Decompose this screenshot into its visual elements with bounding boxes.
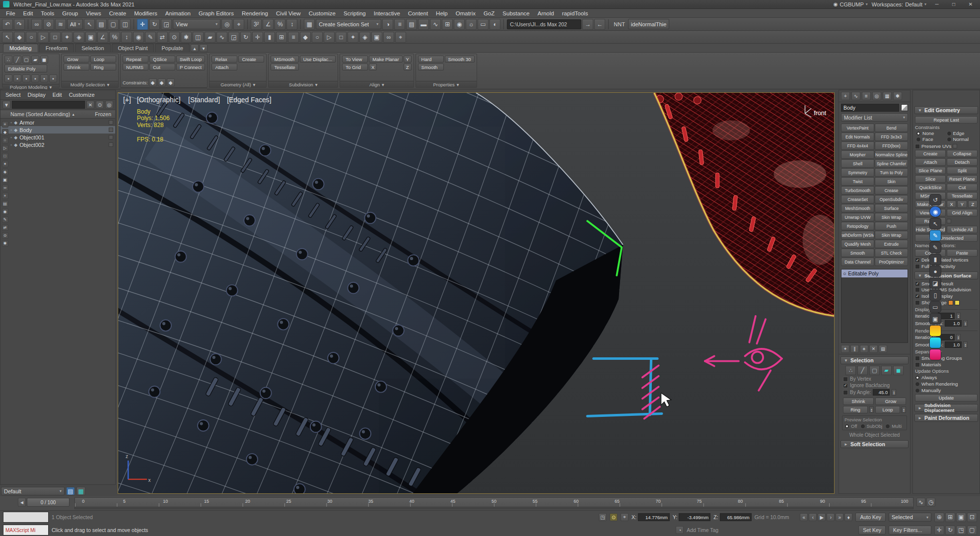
use-nurms-checkbox[interactable] <box>915 287 920 292</box>
preview-off-radio[interactable]: Off <box>844 423 857 429</box>
modifier-preset-ffd-box[interactable]: FFD(box) <box>875 141 908 150</box>
display-smoothness-spinner[interactable] <box>963 320 968 327</box>
ring-spinner[interactable] <box>869 406 874 413</box>
named-selection-icon[interactable]: ▦ <box>304 19 315 30</box>
ribbon-config-icon[interactable]: ▾ <box>200 44 208 52</box>
full-interactivity-checkbox[interactable] <box>915 264 920 269</box>
coordinate-y-input[interactable] <box>679 513 710 521</box>
polygon-icon[interactable]: ▰ <box>881 366 892 375</box>
edge-sub-icon[interactable]: ╱ <box>13 56 21 64</box>
filter-containers-icon[interactable]: ▤ <box>2 201 8 207</box>
ribbon-button-smooth[interactable]: Smooth <box>418 64 444 70</box>
previous-mode-icon[interactable]: ▪ <box>4 74 12 82</box>
modifier-preset-stl-check[interactable]: STL Check <box>875 249 908 257</box>
named-selection-set-dropdown[interactable]: Create Selection Set▾ <box>316 19 381 29</box>
preserve-uvs-checkbox[interactable] <box>915 144 920 149</box>
frozen-toggle[interactable] <box>109 135 113 139</box>
add-time-tag[interactable]: Add Time Tag <box>687 527 718 533</box>
percent-snap-icon[interactable]: % <box>275 19 285 30</box>
attach-button[interactable]: Attach <box>915 158 946 166</box>
filter-helpers-icon[interactable]: ✦ <box>2 161 8 167</box>
menu-rapidtools[interactable]: rapidTools <box>558 10 592 17</box>
menu-help[interactable]: Help <box>432 10 452 17</box>
preserve-uvs-settings-icon[interactable] <box>953 144 957 148</box>
slice-plane-button[interactable]: Slice Plane <box>915 167 946 174</box>
modifier-preset-turn-to-poly[interactable]: Turn to Poly <box>875 168 908 177</box>
weld-tool-icon[interactable]: ⌖ <box>395 32 406 43</box>
list-item-object002[interactable]: ◦◆Object002 <box>0 141 115 148</box>
relax-tool-icon[interactable]: ✛ <box>252 32 263 43</box>
update-manually-radio[interactable] <box>915 388 920 393</box>
tessellate-button[interactable]: Tessellate <box>947 192 978 200</box>
ring-button[interactable]: Ring <box>843 406 868 413</box>
filter-groups-icon[interactable]: ▣ <box>2 177 8 183</box>
color-swatch-cyan[interactable] <box>929 337 941 348</box>
quickslice-tool-icon[interactable]: ◆ <box>300 32 311 43</box>
rotate-tool-icon[interactable]: ○ <box>26 32 37 43</box>
smoothing-groups-checkbox[interactable] <box>915 356 920 361</box>
visibility-icon[interactable]: ◦ <box>10 120 12 125</box>
polygon-sub-icon[interactable]: ▰ <box>31 56 39 64</box>
configure-modifier-sets-icon[interactable]: ▤ <box>879 345 887 353</box>
update-button[interactable]: Update <box>915 394 978 402</box>
marker-icon[interactable]: ▮ <box>929 254 941 265</box>
maximize-viewport-icon[interactable]: ▢ <box>967 526 977 535</box>
next-frame-icon[interactable]: › <box>827 513 835 521</box>
ribbon-button-loop[interactable]: Loop <box>90 56 116 63</box>
render-smoothness-field[interactable] <box>945 341 962 348</box>
normal-thief-dropdown[interactable]: ideNormalThie <box>628 19 670 29</box>
ribbon-button-p-connect[interactable]: P Connect <box>176 64 205 70</box>
modifier-preset-unwrap-uvw[interactable]: Unwrap UVW <box>841 213 874 221</box>
menu-group[interactable]: Group <box>58 10 82 17</box>
menu-rendering[interactable]: Rendering <box>238 10 272 17</box>
color-swatch-magenta[interactable] <box>929 349 941 360</box>
chamfer-tool-icon[interactable]: □ <box>336 32 347 43</box>
loop-button[interactable]: Loop <box>875 406 900 413</box>
list-item-object001[interactable]: ◦◆Object001 <box>0 134 115 141</box>
grow-select-icon[interactable]: ◲ <box>228 32 239 43</box>
modify-tab-icon[interactable]: ∿ <box>851 92 860 100</box>
modifier-preset-pathdeform-wsm[interactable]: PathDeform (WSM) <box>841 231 874 239</box>
explorer-column-header[interactable]: Name (Sorted Ascending) ▲ Frozen <box>0 110 115 119</box>
modifier-preset-ffd-4x4x4[interactable]: FFD 4x4x4 <box>841 141 874 150</box>
time-configuration-icon[interactable]: ◷ <box>926 498 935 507</box>
filter-bones-icon[interactable]: ⌖ <box>2 193 8 199</box>
hierarchy-tab-icon[interactable]: ≡ <box>862 92 871 100</box>
frozen-toggle[interactable] <box>109 120 113 125</box>
ribbon-button-smooth-30[interactable]: Smooth 30 <box>445 56 475 63</box>
modifier-preset-data-channel[interactable]: Data Channel <box>841 258 874 266</box>
rendered-frame-icon[interactable]: ▭ <box>478 19 489 30</box>
ribbon-minimize-icon[interactable]: ▴ <box>191 44 199 52</box>
zoom-extents-icon[interactable]: ▣ <box>956 513 966 522</box>
ribbon-button-grow[interactable]: Grow <box>64 56 89 63</box>
normal-constraint-icon[interactable]: ◆ <box>167 78 175 86</box>
render-iterations-spinner[interactable] <box>956 334 961 340</box>
unhide-all-button[interactable]: Unhide All <box>947 226 978 233</box>
explorer-menu-select[interactable]: Select <box>2 91 24 98</box>
maximize-button[interactable]: □ <box>947 1 960 8</box>
bulb-icon[interactable]: ○ <box>843 270 846 276</box>
spinner-snap-icon[interactable]: ↕ <box>121 32 132 43</box>
absolute-mode-icon[interactable]: ⌖ <box>621 513 629 521</box>
slice-button[interactable]: Slice <box>915 175 946 183</box>
set-key-button[interactable]: Set Key <box>858 526 886 535</box>
ribbon-button-z[interactable]: Z <box>404 64 412 70</box>
menu-create[interactable]: Create <box>105 10 131 17</box>
key-filters-button[interactable]: Key Filters... <box>889 526 931 535</box>
menu-modifiers[interactable]: Modifiers <box>130 10 161 17</box>
filter-cameras-icon[interactable]: □ <box>2 153 8 159</box>
close-button[interactable]: ✕ <box>964 1 977 8</box>
dot-size-icon[interactable]: ● <box>929 266 941 277</box>
modifier-preset-ffd-3x3x3[interactable]: FFD 3x3x3 <box>875 133 908 141</box>
ribbon-button-repeat[interactable]: Repeat <box>123 56 148 63</box>
list-item-body[interactable]: ◦◆Body <box>0 126 115 134</box>
ribbon-button-qslice[interactable]: QSlice <box>149 56 175 63</box>
menu-file[interactable]: File <box>2 10 19 17</box>
ribbon-button-ring[interactable]: Ring <box>90 64 116 70</box>
export-icon[interactable]: ← <box>594 19 605 30</box>
modifier-preset-symmetry[interactable]: Symmetry <box>841 168 874 177</box>
inset-tool-icon[interactable]: ◈ <box>359 32 370 43</box>
by-angle-checkbox[interactable] <box>843 390 848 395</box>
materials-checkbox[interactable] <box>915 362 920 367</box>
menu-customize[interactable]: Customize <box>305 10 340 17</box>
